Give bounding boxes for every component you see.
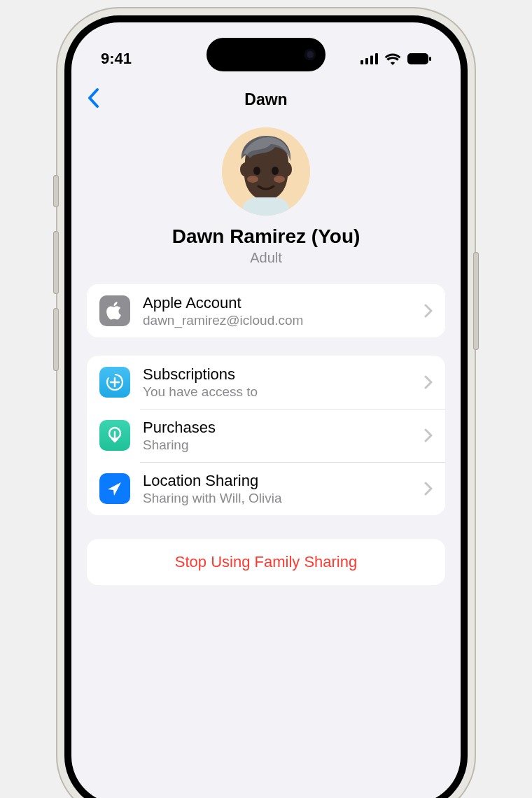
row-title: Location Sharing	[143, 472, 412, 490]
volume-down-button	[53, 308, 59, 371]
svg-rect-2	[370, 56, 373, 65]
svg-rect-0	[360, 60, 363, 64]
row-sub: dawn_ramirez@icloud.com	[143, 313, 412, 328]
svg-point-7	[253, 167, 260, 175]
svg-point-10	[274, 176, 285, 183]
profile-role: Adult	[250, 250, 282, 266]
dynamic-island	[206, 38, 326, 71]
svg-rect-5	[429, 57, 431, 61]
apple-account-row[interactable]: Apple Account dawn_ramirez@icloud.com	[87, 284, 445, 337]
location-icon	[99, 473, 130, 504]
avatar	[222, 127, 310, 216]
svg-rect-1	[365, 58, 368, 64]
stop-section: Stop Using Family Sharing	[87, 539, 445, 585]
row-sub: Sharing	[143, 438, 412, 453]
chevron-right-icon	[424, 482, 433, 496]
row-title: Subscriptions	[143, 365, 412, 384]
subscriptions-row[interactable]: Subscriptions You have access to	[87, 356, 445, 409]
screen: 9:41 Dawn	[71, 22, 461, 798]
profile-name: Dawn Ramirez (You)	[172, 225, 360, 248]
row-sub: You have access to	[143, 384, 412, 400]
battery-icon	[407, 53, 431, 64]
wifi-icon	[384, 53, 401, 65]
volume-up-button	[53, 231, 59, 294]
svg-rect-3	[375, 53, 378, 64]
profile-header: Dawn Ramirez (You) Adult	[71, 120, 461, 284]
nav-title: Dawn	[244, 90, 287, 109]
side-button	[53, 175, 59, 207]
sharing-section: Subscriptions You have access to Purchas…	[87, 356, 445, 515]
chevron-right-icon	[424, 304, 433, 318]
row-title: Apple Account	[143, 294, 412, 312]
nav-bar: Dawn	[71, 78, 461, 120]
stop-family-sharing-button[interactable]: Stop Using Family Sharing	[87, 539, 445, 585]
cellular-icon	[360, 53, 378, 64]
row-title: Purchases	[143, 419, 412, 437]
back-button[interactable]	[87, 88, 99, 111]
subscriptions-icon	[99, 367, 130, 398]
stop-label: Stop Using Family Sharing	[175, 553, 357, 571]
location-sharing-row[interactable]: Location Sharing Sharing with Will, Oliv…	[87, 462, 445, 515]
row-sub: Sharing with Will, Olivia	[143, 491, 412, 506]
chevron-right-icon	[424, 428, 433, 442]
status-time: 9:41	[101, 50, 132, 68]
power-button	[473, 252, 479, 350]
svg-point-8	[272, 167, 279, 175]
svg-rect-4	[407, 53, 428, 64]
purchases-row[interactable]: Purchases Sharing	[87, 409, 445, 462]
phone-frame: 9:41 Dawn	[56, 7, 476, 798]
account-section: Apple Account dawn_ramirez@icloud.com	[87, 284, 445, 337]
purchases-icon	[99, 420, 130, 451]
apple-icon	[99, 295, 130, 326]
chevron-right-icon	[424, 375, 433, 389]
svg-point-9	[247, 176, 258, 183]
